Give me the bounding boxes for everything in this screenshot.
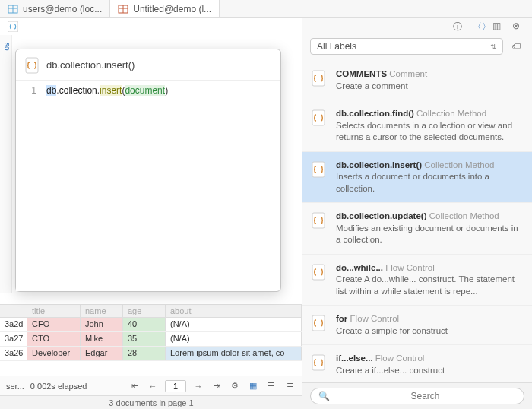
left-toolbar	[0, 18, 302, 35]
grid-view-icon[interactable]: ▦	[247, 380, 259, 392]
tab-label: users@demo (loc...	[23, 4, 102, 14]
snippet-item[interactable]: db.collection.insert() Collection Method…	[302, 152, 532, 204]
table-icon	[8, 4, 18, 14]
tag-icon[interactable]: 🏷	[508, 38, 524, 55]
page-input[interactable]	[165, 380, 186, 392]
search-icon: 🔍	[318, 391, 330, 401]
info-icon[interactable]: ⓘ	[453, 21, 465, 33]
table-row[interactable]: 3a26DeveloperEdgar28Lorem ipsum dolor si…	[0, 347, 302, 361]
labels-dropdown[interactable]: All Labels ⇅	[310, 38, 503, 55]
bracket-icon	[312, 262, 328, 298]
snippet-item[interactable]: COMMENTS CommentCreate a comment	[302, 61, 532, 100]
tab-users[interactable]: users@demo (loc...	[0, 0, 110, 17]
bracket-icon	[312, 160, 328, 195]
prev-page-icon[interactable]: ←	[147, 380, 159, 392]
snippet-item[interactable]: for Flow ControlCreate a simple for cons…	[302, 306, 532, 345]
line-gutter: 1	[16, 81, 43, 291]
table-icon	[118, 4, 128, 14]
last-page-icon[interactable]: ⇥	[211, 380, 223, 392]
elapsed-label: 0.002s elapsed	[30, 382, 87, 391]
snippet-popup: db.collection.insert() 1 db.collection.i…	[15, 49, 281, 292]
bracket-icon	[312, 108, 328, 144]
next-page-icon[interactable]: →	[192, 380, 204, 392]
columns-icon[interactable]: ▥	[492, 21, 505, 33]
bracket-icon	[312, 313, 328, 337]
chevron-updown-icon: ⇅	[490, 43, 496, 51]
bracket-icon	[312, 353, 328, 376]
table-row[interactable]: 3a2dCFOJohn40(N/A)	[0, 318, 302, 332]
popup-title: db.collection.insert()	[46, 59, 135, 71]
search-input[interactable]	[334, 391, 516, 401]
tab-label: Untitled@demo (l...	[133, 4, 211, 14]
table-row[interactable]: 3a27CTOMike35(N/A)	[0, 332, 302, 347]
braces-icon[interactable]: 〈〉	[473, 21, 485, 33]
snippet-item[interactable]: do...while... Flow ControlCreate A do...…	[302, 255, 532, 306]
results-grid: title name age about 3a2dCFOJohn40(N/A)3…	[0, 304, 302, 365]
snippet-item[interactable]: db.collection.find() Collection MethodSe…	[302, 100, 532, 152]
venn-icon[interactable]: ⊗	[512, 21, 524, 33]
left-gutter-hint: so	[0, 35, 12, 293]
list-view-icon[interactable]: ☰	[265, 380, 277, 392]
editor-tabs: users@demo (loc... Untitled@demo (l...	[0, 0, 532, 18]
snippet-item[interactable]: if...else... Flow ControlCreate a if...e…	[302, 345, 532, 382]
code-editor[interactable]: db.collection.insert(document)	[43, 81, 280, 291]
bracket-icon	[25, 57, 40, 72]
gear-icon[interactable]: ⚙	[229, 380, 241, 392]
tab-untitled[interactable]: Untitled@demo (l...	[110, 0, 220, 17]
tree-view-icon[interactable]: ≣	[283, 380, 296, 392]
grid-header: title name age about	[0, 304, 302, 318]
first-page-icon[interactable]: ⇤	[128, 380, 141, 392]
bracket-icon	[312, 68, 328, 92]
ser-label: ser...	[6, 382, 24, 391]
snippet-item[interactable]: db.collection.update() Collection Method…	[302, 203, 532, 255]
bracket-icon	[312, 211, 328, 246]
results-footer: ser... 0.002s elapsed ⇤ ← → ⇥ ⚙ ▦ ☰ ≣	[0, 376, 302, 395]
right-toolbar: ⓘ 〈〉 ▥ ⊗	[302, 18, 532, 35]
status-bar: 3 documents in page 1	[0, 395, 302, 409]
snippet-list: COMMENTS CommentCreate a commentdb.colle…	[302, 61, 532, 382]
search-box[interactable]: 🔍	[310, 388, 524, 404]
bracket-icon[interactable]	[8, 21, 18, 32]
